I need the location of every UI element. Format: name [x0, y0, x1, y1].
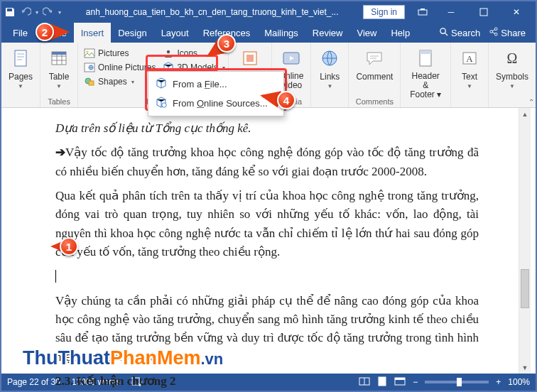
- group-header-footer: Header &Footer ▾: [401, 43, 451, 107]
- group-comments-label: Comments: [353, 97, 396, 107]
- text-button[interactable]: A Text ▼: [455, 47, 484, 91]
- sign-in-button[interactable]: Sign in: [363, 5, 405, 19]
- tab-design[interactable]: Design: [111, 23, 153, 43]
- svg-rect-1: [480, 9, 487, 16]
- group-tables: Table ▼ Tables: [40, 43, 78, 107]
- tab-view[interactable]: View: [349, 23, 384, 43]
- tab-references[interactable]: References: [196, 23, 257, 43]
- icons-button[interactable]: Icons: [161, 47, 226, 60]
- collapse-ribbon-icon[interactable]: ⌃: [528, 98, 534, 106]
- from-a-file-item[interactable]: From a File...: [151, 75, 281, 94]
- tab-file[interactable]: File: [6, 23, 35, 43]
- shapes-button[interactable]: Shapes ▾: [82, 75, 157, 88]
- group-text: A Text ▼: [451, 43, 489, 107]
- svg-rect-24: [420, 50, 431, 54]
- header-button[interactable]: Header &Footer ▾: [405, 47, 446, 102]
- scroll-thumb[interactable]: [521, 269, 529, 308]
- group-pages: Pages ▼: [1, 43, 40, 107]
- qat-dropdown-icon[interactable]: ▾: [58, 9, 61, 16]
- icons-icon: [163, 48, 174, 59]
- page-icon: [11, 48, 31, 70]
- page-indicator[interactable]: Page 22 of 30: [7, 377, 60, 387]
- icons-label: Icons: [177, 48, 197, 58]
- svg-point-18: [167, 50, 170, 53]
- chevron-down-icon: ▼: [467, 83, 472, 89]
- zoom-percent[interactable]: 100%: [508, 377, 530, 387]
- tab-help[interactable]: Help: [384, 23, 417, 43]
- zoom-slider[interactable]: [425, 381, 489, 383]
- minimize-button[interactable]: ─: [435, 1, 467, 23]
- save-icon[interactable]: [4, 6, 16, 18]
- link-icon: [320, 48, 340, 70]
- zoom-in-button[interactable]: +: [496, 377, 501, 387]
- table-label: Table: [49, 72, 70, 82]
- omega-icon: Ω: [502, 48, 522, 70]
- share-icon: [489, 27, 498, 38]
- svg-text:A: A: [466, 53, 473, 64]
- svg-rect-7: [17, 53, 24, 55]
- pages-button[interactable]: Pages ▼: [6, 47, 36, 91]
- text-label: Text: [462, 72, 477, 82]
- links-button[interactable]: Links ▼: [315, 47, 344, 91]
- cube-file-icon: [156, 77, 167, 91]
- svg-rect-20: [246, 55, 254, 62]
- ribbon-options-icon[interactable]: [411, 1, 435, 23]
- pictures-icon: [84, 48, 95, 59]
- ribbon: Pages ▼ Table ▼ Tables Pictures: [1, 43, 536, 108]
- svg-rect-12: [85, 49, 94, 58]
- from-online-sources-item[interactable]: From Online Sources...: [151, 94, 281, 113]
- document-title: anh_huong_cua_tien_bo_kh_cn_den_tang_tru…: [67, 7, 357, 17]
- doc-p2: ➔Vậy tốc độ tăng trưởng khoa học công ng…: [55, 143, 479, 181]
- share-label: Share: [501, 28, 526, 38]
- tab-home[interactable]: Home: [35, 23, 74, 43]
- text-cursor: [55, 270, 56, 283]
- zoom-thumb[interactable]: [457, 378, 462, 386]
- svg-rect-6: [15, 50, 26, 66]
- comment-label: Comment: [356, 72, 393, 82]
- online-pictures-icon: [84, 62, 95, 73]
- group-tables-label: Tables: [45, 97, 73, 107]
- svg-rect-9: [17, 59, 22, 60]
- svg-point-28: [162, 103, 166, 107]
- scroll-down-icon[interactable]: ▼: [519, 361, 531, 374]
- table-icon: [49, 48, 69, 70]
- pictures-button[interactable]: Pictures: [82, 47, 157, 60]
- svg-point-13: [86, 50, 88, 53]
- svg-rect-8: [17, 56, 24, 58]
- header-label: Header &Footer ▾: [408, 72, 443, 100]
- redo-icon[interactable]: [43, 6, 54, 18]
- chevron-down-icon: ▼: [509, 83, 515, 89]
- group-links: Links ▼: [311, 43, 349, 107]
- share-button[interactable]: Share: [489, 27, 526, 38]
- page-content[interactable]: Dựa trên số liệu từ Tổng cục thống kê. ➔…: [30, 109, 499, 374]
- title-bar: ▾ ▾ anh_huong_cua_tien_bo_kh_cn_den_tang…: [1, 1, 536, 23]
- chevron-down-icon: ▼: [327, 83, 332, 89]
- close-button[interactable]: ✕: [500, 1, 533, 23]
- comment-button[interactable]: Comment: [353, 47, 396, 83]
- scroll-up-icon[interactable]: ▲: [519, 108, 531, 120]
- tab-mailings[interactable]: Mailings: [257, 23, 305, 43]
- quick-access-toolbar: ▾ ▾: [4, 6, 67, 18]
- symbols-button[interactable]: Ω Symbols ▼: [493, 47, 531, 91]
- svg-rect-17: [89, 81, 94, 85]
- undo-icon[interactable]: [20, 6, 31, 18]
- chevron-down-icon: ▼: [56, 83, 62, 89]
- qat-separator: ▾: [36, 9, 38, 16]
- vertical-scrollbar[interactable]: ▲ ▼: [519, 108, 531, 374]
- header-icon: [416, 48, 435, 70]
- tab-review[interactable]: Review: [305, 23, 350, 43]
- search-button[interactable]: Search: [439, 27, 480, 38]
- scroll-track[interactable]: [519, 120, 531, 361]
- chevron-down-icon: ▼: [18, 83, 23, 89]
- shapes-label: Shapes: [98, 77, 127, 87]
- tab-layout[interactable]: Layout: [154, 23, 196, 43]
- table-button[interactable]: Table ▼: [45, 47, 73, 91]
- maximize-button[interactable]: [467, 1, 500, 23]
- tab-insert[interactable]: Insert: [74, 23, 112, 43]
- from-online-sources-label: From Online Sources...: [173, 98, 268, 109]
- svg-point-2: [440, 28, 445, 33]
- svg-rect-11: [52, 52, 66, 55]
- textbox-icon: A: [460, 48, 479, 70]
- online-pictures-button[interactable]: Online Pictures: [82, 61, 157, 74]
- group-links-label: [315, 97, 344, 107]
